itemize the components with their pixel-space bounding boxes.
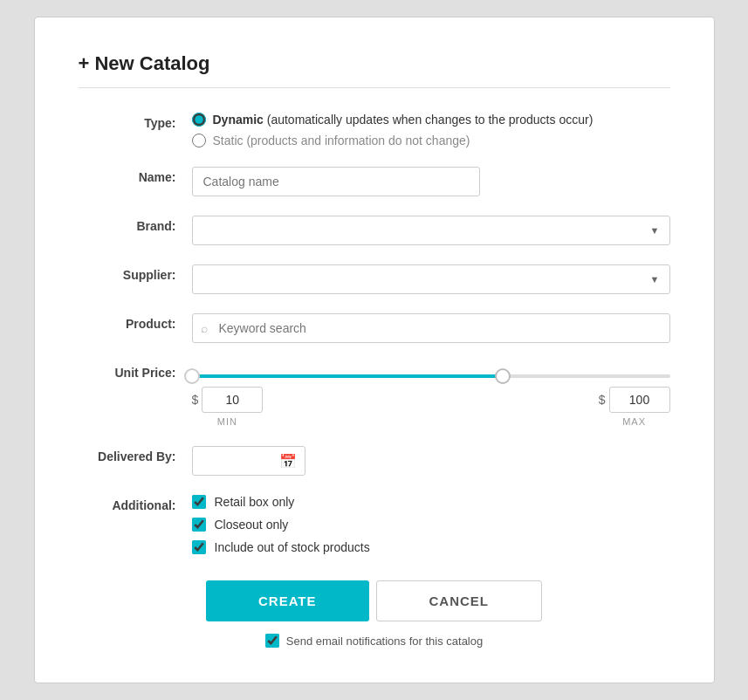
- static-label: Static (products and information do not …: [213, 134, 470, 148]
- out-of-stock-label: Include out of stock products: [215, 540, 370, 554]
- type-control: Dynamic (automatically updates when chan…: [192, 113, 670, 148]
- slider-thumb-max[interactable]: [495, 368, 511, 384]
- brand-row: Brand:: [79, 216, 670, 245]
- closeout-option[interactable]: Closeout only: [192, 518, 670, 532]
- slider-fill: [192, 374, 503, 378]
- dynamic-label: Dynamic (automatically updates when chan…: [213, 113, 594, 127]
- email-notification-checkbox[interactable]: [265, 634, 279, 648]
- product-control: ⌕: [192, 313, 670, 343]
- price-max-group: $ MAX: [599, 387, 670, 427]
- price-inputs: $ MIN $ MAX: [192, 387, 670, 427]
- name-label: Name:: [79, 167, 192, 184]
- date-wrapper: 📅: [192, 446, 305, 476]
- out-of-stock-checkbox[interactable]: [192, 540, 206, 554]
- brand-select[interactable]: [192, 216, 670, 245]
- modal-title: + New Catalog: [79, 52, 670, 75]
- retail-box-checkbox[interactable]: [192, 495, 206, 509]
- email-notification-label: Send email notifications for this catalo…: [286, 635, 483, 648]
- retail-box-label: Retail box only: [215, 495, 295, 509]
- min-price-input[interactable]: [202, 387, 263, 413]
- type-row: Type: Dynamic (automatically updates whe…: [79, 113, 670, 148]
- max-price-input[interactable]: [609, 387, 670, 413]
- additional-row: Additional: Retail box only Closeout onl…: [79, 495, 670, 554]
- date-input[interactable]: [192, 446, 305, 476]
- max-label: MAX: [622, 416, 646, 427]
- slider-track: [192, 374, 670, 378]
- static-radio[interactable]: [192, 134, 206, 148]
- delivered-by-label: Delivered By:: [79, 446, 192, 463]
- min-currency-symbol: $: [192, 393, 199, 407]
- supplier-control: [192, 264, 670, 294]
- out-of-stock-option[interactable]: Include out of stock products: [192, 540, 670, 554]
- price-slider-container: $ MIN $ MAX: [192, 374, 670, 427]
- new-catalog-modal: + New Catalog Type: Dynamic (automatical…: [34, 17, 715, 683]
- slider-thumb-min[interactable]: [184, 368, 200, 384]
- name-control: [192, 167, 670, 196]
- name-input[interactable]: [192, 167, 480, 196]
- product-label: Product:: [79, 313, 192, 331]
- email-notification-row: Send email notifications for this catalo…: [79, 634, 670, 648]
- brand-select-wrapper: [192, 216, 670, 245]
- price-max-row: $: [599, 387, 670, 413]
- supplier-row: Supplier:: [79, 264, 670, 294]
- button-row: CREATE CANCEL: [79, 580, 670, 621]
- additional-control: Retail box only Closeout only Include ou…: [192, 495, 670, 554]
- supplier-label: Supplier:: [79, 264, 192, 282]
- product-search-input[interactable]: [192, 313, 670, 343]
- unit-price-row: Unit Price: $ MIN: [79, 362, 670, 427]
- product-row: Product: ⌕: [79, 313, 670, 343]
- closeout-label: Closeout only: [215, 518, 289, 532]
- delivered-by-row: Delivered By: 📅: [79, 446, 670, 476]
- dynamic-radio-option[interactable]: Dynamic (automatically updates when chan…: [192, 113, 670, 127]
- product-search-wrapper: ⌕: [192, 313, 670, 343]
- divider: [79, 87, 670, 88]
- closeout-checkbox[interactable]: [192, 518, 206, 532]
- max-currency-symbol: $: [599, 393, 606, 407]
- search-icon: ⌕: [201, 321, 208, 335]
- brand-label: Brand:: [79, 216, 192, 233]
- cancel-button[interactable]: CANCEL: [376, 580, 543, 621]
- type-radio-group: Dynamic (automatically updates when chan…: [192, 113, 670, 148]
- brand-control: [192, 216, 670, 245]
- price-min-row: $: [192, 387, 264, 413]
- name-row: Name:: [79, 167, 670, 196]
- static-radio-option[interactable]: Static (products and information do not …: [192, 134, 670, 148]
- dynamic-radio[interactable]: [192, 113, 206, 127]
- unit-price-control: $ MIN $ MAX: [192, 362, 670, 427]
- price-min-group: $ MIN: [192, 387, 264, 427]
- additional-checkboxes: Retail box only Closeout only Include ou…: [192, 495, 670, 554]
- create-button[interactable]: CREATE: [206, 580, 369, 621]
- additional-label: Additional:: [79, 495, 192, 512]
- type-label: Type:: [79, 113, 192, 130]
- min-label: MIN: [217, 416, 237, 427]
- unit-price-label: Unit Price:: [79, 362, 192, 380]
- supplier-select-wrapper: [192, 264, 670, 294]
- delivered-by-control: 📅: [192, 446, 670, 476]
- retail-box-option[interactable]: Retail box only: [192, 495, 670, 509]
- supplier-select[interactable]: [192, 264, 670, 294]
